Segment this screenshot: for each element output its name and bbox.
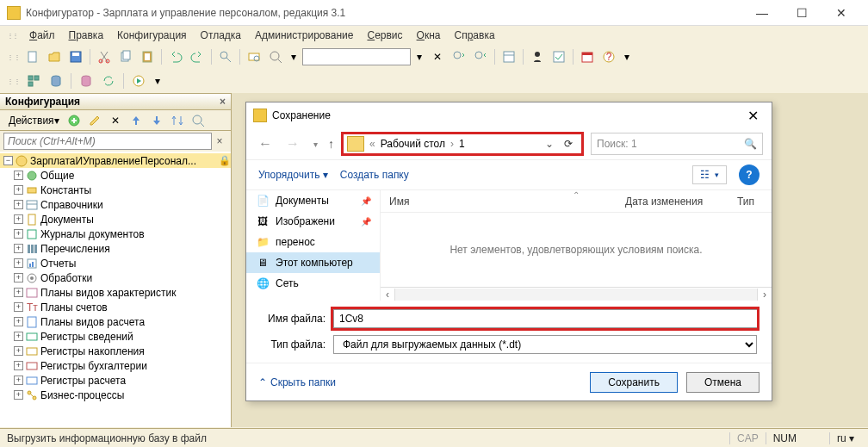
expand-icon[interactable]: + bbox=[14, 302, 23, 312]
organize-menu[interactable]: Упорядочить ▾ bbox=[258, 169, 328, 181]
save-icon[interactable] bbox=[66, 47, 85, 66]
expand-icon[interactable]: + bbox=[14, 346, 23, 356]
place-item[interactable]: 📄Документы📌 bbox=[246, 190, 380, 211]
forward-button[interactable]: → bbox=[282, 136, 303, 152]
tree-item[interactable]: +Общие bbox=[0, 168, 231, 183]
find-next-icon[interactable] bbox=[450, 47, 468, 66]
tree-item[interactable]: +Отчеты bbox=[0, 256, 231, 270]
save-button[interactable]: Сохранить bbox=[590, 372, 678, 393]
scroll-left-icon[interactable]: ‹ bbox=[381, 289, 394, 301]
clear-icon[interactable]: ✕ bbox=[428, 47, 447, 66]
recent-dropdown[interactable]: ▾ bbox=[310, 140, 321, 149]
view-button[interactable]: ☷ ▾ bbox=[692, 165, 727, 184]
place-item[interactable]: 🖼Изображени📌 bbox=[246, 211, 380, 232]
dropdown-icon[interactable]: ▾ bbox=[288, 51, 300, 63]
expand-icon[interactable]: + bbox=[14, 185, 23, 195]
cancel-button[interactable]: Отмена bbox=[686, 372, 760, 393]
search-combo[interactable] bbox=[302, 48, 411, 65]
sort-icon[interactable] bbox=[168, 111, 187, 130]
collapse-icon[interactable]: − bbox=[3, 156, 13, 165]
search-icon[interactable]: 🔍 bbox=[744, 138, 757, 150]
menu-file[interactable]: Файл bbox=[24, 28, 60, 43]
expand-icon[interactable]: + bbox=[14, 258, 23, 268]
tree-item[interactable]: +Перечисления bbox=[0, 241, 231, 256]
expand-icon[interactable]: + bbox=[14, 361, 23, 370]
breadcrumb-part[interactable]: 1 bbox=[459, 138, 465, 150]
add-icon[interactable] bbox=[65, 111, 84, 130]
expand-icon[interactable]: + bbox=[14, 332, 23, 341]
up-button[interactable]: ↑ bbox=[328, 137, 334, 151]
menu-config[interactable]: Конфигурация bbox=[112, 28, 192, 43]
dropdown-icon[interactable]: ▾ bbox=[152, 75, 164, 87]
tree-item[interactable]: +Журналы документов bbox=[0, 227, 231, 241]
panel-search-input[interactable] bbox=[3, 133, 212, 150]
expand-icon[interactable]: + bbox=[14, 390, 23, 400]
tree-item[interactable]: +Документы bbox=[0, 212, 231, 227]
expand-icon[interactable]: + bbox=[14, 273, 23, 282]
refresh-button[interactable]: ⟳ bbox=[559, 138, 578, 150]
filter-icon[interactable] bbox=[189, 111, 208, 130]
col-date[interactable]: Дата изменения bbox=[617, 196, 728, 208]
scroll-right-icon[interactable]: › bbox=[758, 289, 772, 301]
help-button[interactable]: ? bbox=[739, 165, 760, 185]
pin-icon[interactable]: 📌 bbox=[361, 217, 371, 227]
help-icon[interactable]: ? bbox=[599, 47, 618, 66]
place-item[interactable]: 🖥Этот компьютер bbox=[246, 252, 380, 273]
tree-item[interactable]: +Обработки bbox=[0, 270, 231, 285]
place-item[interactable]: 📁перенос bbox=[246, 232, 380, 252]
breadcrumb-part[interactable]: Рабочий стол bbox=[381, 138, 445, 150]
place-item[interactable]: 🌐Сеть bbox=[246, 273, 380, 294]
pin-icon[interactable]: 📌 bbox=[361, 196, 371, 206]
actions-menu[interactable]: Действия ▾ bbox=[5, 113, 63, 128]
copy-icon[interactable] bbox=[116, 47, 135, 66]
new-folder-button[interactable]: Создать папку bbox=[340, 169, 409, 181]
up-icon[interactable] bbox=[127, 111, 146, 130]
address-bar[interactable]: « Рабочий стол › 1 ⌄ ⟳ bbox=[341, 132, 584, 156]
tree-item[interactable]: +Бизнес-процессы bbox=[0, 388, 231, 402]
dialog-close-button[interactable]: ✕ bbox=[741, 108, 765, 124]
new-icon[interactable] bbox=[23, 47, 42, 66]
tree-item[interactable]: +Регистры расчета bbox=[0, 373, 231, 388]
tree-item[interactable]: −ЗарплатаИУправлениеПерсонал...🔒 bbox=[0, 153, 231, 168]
expand-icon[interactable]: + bbox=[14, 171, 23, 180]
tree-item[interactable]: +Справочники bbox=[0, 197, 231, 212]
expand-icon[interactable]: + bbox=[14, 229, 23, 239]
tree-item[interactable]: +Планы видов расчета bbox=[0, 314, 231, 329]
h-scrollbar[interactable]: ‹ › bbox=[381, 287, 772, 301]
cut-icon[interactable] bbox=[95, 47, 114, 66]
expand-icon[interactable]: + bbox=[14, 214, 23, 224]
config-tree[interactable]: −ЗарплатаИУправлениеПерсонал...🔒+Общие+К… bbox=[0, 152, 231, 427]
open-icon[interactable] bbox=[45, 47, 64, 66]
menu-edit[interactable]: Правка bbox=[64, 28, 109, 43]
delete-icon[interactable]: ✕ bbox=[106, 111, 125, 130]
expand-icon[interactable]: + bbox=[14, 317, 23, 326]
check-icon[interactable] bbox=[549, 47, 568, 66]
tree-item[interactable]: +Регистры сведений bbox=[0, 329, 231, 344]
panel-close-icon[interactable]: × bbox=[220, 96, 226, 108]
find-prev-icon[interactable] bbox=[471, 47, 490, 66]
tree-item[interactable]: +Константы bbox=[0, 183, 231, 197]
sort-icon[interactable]: ⌃ bbox=[573, 190, 580, 200]
menu-windows[interactable]: Окна bbox=[412, 28, 446, 43]
search-icon[interactable] bbox=[266, 47, 285, 66]
address-dropdown[interactable]: ⌄ bbox=[545, 138, 554, 150]
down-icon[interactable] bbox=[147, 111, 166, 130]
calendar-icon[interactable] bbox=[578, 47, 597, 66]
expand-icon[interactable]: + bbox=[14, 288, 23, 297]
col-type[interactable]: Тип bbox=[728, 196, 772, 208]
expand-icon[interactable]: + bbox=[14, 376, 23, 385]
db-icon[interactable] bbox=[46, 71, 65, 90]
tree-item[interactable]: +ТтПланы счетов bbox=[0, 300, 231, 314]
filetype-select[interactable]: Файл для выгружаемых данных (*.dt) bbox=[333, 335, 757, 354]
tree-item[interactable]: +Регистры накопления bbox=[0, 344, 231, 358]
file-list[interactable]: ⌃ Имя Дата изменения Тип Нет элементов, … bbox=[381, 190, 772, 301]
close-button[interactable]: ✕ bbox=[822, 0, 861, 26]
clear-search-icon[interactable]: × bbox=[212, 135, 227, 147]
tree-item[interactable]: +Регистры бухгалтерии bbox=[0, 358, 231, 373]
props-icon[interactable] bbox=[499, 47, 518, 66]
run-icon[interactable] bbox=[129, 71, 148, 90]
undo-icon[interactable] bbox=[166, 47, 185, 66]
dialog-search-input[interactable]: Поиск: 1 🔍 bbox=[591, 133, 763, 155]
edit-icon[interactable] bbox=[85, 111, 104, 130]
filename-input[interactable] bbox=[333, 309, 757, 328]
